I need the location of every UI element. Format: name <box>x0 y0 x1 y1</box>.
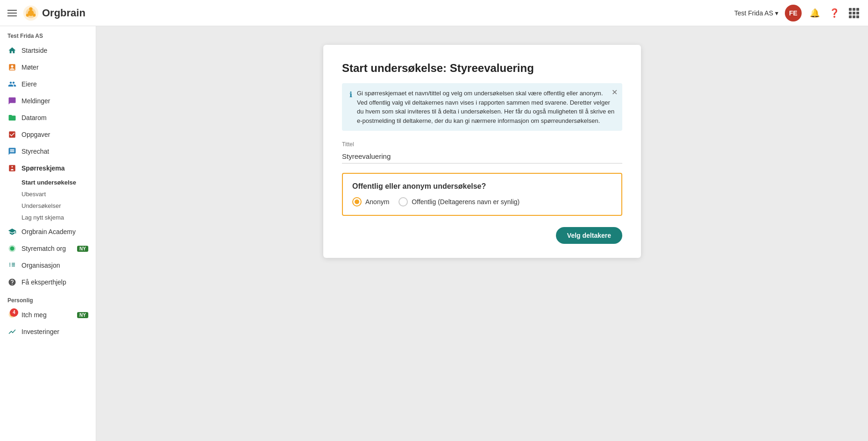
dataroom-icon <box>7 113 17 122</box>
badge-ny-itch-meg: NY <box>77 312 88 318</box>
sidebar-label-styrechat: Styrechat <box>21 148 49 155</box>
chevron-down-icon: ▾ <box>775 9 778 17</box>
title-input[interactable] <box>342 149 622 164</box>
personal-section-label: Personlig <box>0 291 96 306</box>
sidebar-item-eiere[interactable]: Eiere <box>0 76 96 92</box>
modal-card: Start undersøkelse: Styreevaluering ℹ Gi… <box>323 45 641 258</box>
info-icon: ℹ <box>349 89 352 125</box>
hamburger-menu[interactable] <box>7 10 17 16</box>
org-name: Test Frida AS <box>734 9 773 17</box>
owners-icon <box>7 79 17 89</box>
home-icon <box>7 46 17 55</box>
radio-label-offentlig: Offentlig (Deltagerens navn er synlig) <box>412 198 519 206</box>
sidebar-label-datarom: Datarom <box>21 114 47 121</box>
info-close-button[interactable]: ✕ <box>612 87 618 98</box>
sidebar: Test Frida AS Startside Møter Eiere <box>0 26 96 441</box>
radio-group: Anonym Offentlig (Deltagerens navn er sy… <box>352 197 612 206</box>
sidebar-label-oppgaver: Oppgaver <box>21 131 50 138</box>
sidebar-item-sporreskjema[interactable]: Spørreskjema <box>0 160 96 177</box>
sidebar-item-oppgaver[interactable]: Oppgaver <box>0 126 96 143</box>
radio-offentlig[interactable]: Offentlig (Deltagerens navn er synlig) <box>398 197 519 206</box>
sidebar-item-styrechat[interactable]: Styrechat <box>0 143 96 160</box>
company-label: Test Frida AS <box>0 26 96 42</box>
sidebar-label-startside: Startside <box>21 47 47 54</box>
svg-point-4 <box>33 14 36 16</box>
button-row: Velg deltakere <box>342 227 622 244</box>
sidebar-item-orgbrain-academy[interactable]: Orgbrain Academy <box>0 223 96 240</box>
logo[interactable]: Orgbrain <box>22 5 85 21</box>
svg-point-5 <box>26 14 29 16</box>
select-participants-button[interactable]: Velg deltakere <box>556 227 622 244</box>
title-field: Tittel <box>342 141 622 164</box>
title-label: Tittel <box>342 141 622 148</box>
expert-icon <box>7 277 17 287</box>
sidebar-item-styrematch-org[interactable]: Styrematch org NY <box>0 240 96 257</box>
svg-point-7 <box>10 247 14 251</box>
info-box: ℹ Gi spørreskjemaet et navn/tittel og ve… <box>342 83 622 131</box>
sidebar-sub-start-undersokelse[interactable]: Start undersøkelse <box>0 177 96 188</box>
sidebar-label-eiere: Eiere <box>21 80 37 88</box>
academy-icon <box>7 227 17 236</box>
sidebar-item-organisasjon[interactable]: Organisasjon <box>0 257 96 274</box>
header-right: Test Frida AS ▾ FE 🔔 ❓ <box>734 5 861 21</box>
main-content: Start undersøkelse: Styreevaluering ℹ Gi… <box>96 26 868 441</box>
modal-title: Start undersøkelse: Styreevaluering <box>342 62 622 75</box>
sidebar-label-organisasjon: Organisasjon <box>21 262 60 269</box>
sidebar-item-startside[interactable]: Startside <box>0 42 96 59</box>
styrematch-org-icon <box>7 244 17 253</box>
radio-circle-offentlig <box>398 197 408 206</box>
sidebar-item-datarom[interactable]: Datarom <box>0 109 96 126</box>
layout: Test Frida AS Startside Møter Eiere <box>0 0 868 441</box>
meeting-icon <box>7 63 17 72</box>
radio-circle-anonym <box>352 197 362 206</box>
sidebar-label-fa-eksperthjelp: Få eksperthjelp <box>21 278 66 286</box>
sidebar-label-sporreskjema: Spørreskjema <box>21 164 65 172</box>
notification-count-badge: 4 <box>10 308 18 317</box>
sidebar-item-investeringer[interactable]: Investeringer <box>0 323 96 340</box>
sidebar-label-moter: Møter <box>21 64 39 71</box>
messages-icon <box>7 96 17 106</box>
info-text: Gi spørreskjemaet et navn/tittel og velg… <box>357 89 615 125</box>
logo-text: Orgbrain <box>42 7 85 19</box>
sidebar-label-itch-meg: Itch meg <box>21 311 47 319</box>
apps-icon[interactable] <box>847 7 861 20</box>
investeringer-icon <box>7 327 17 336</box>
help-icon[interactable]: ❓ <box>828 7 841 20</box>
sidebar-sub-undersokelser[interactable]: Undersøkelser <box>0 200 96 212</box>
logo-icon <box>22 5 39 21</box>
header-left: Orgbrain <box>7 5 85 21</box>
radio-box: Offentlig eller anonym undersøkelse? Ano… <box>342 173 622 216</box>
sidebar-label-investeringer: Investeringer <box>21 328 59 335</box>
sidebar-item-meldinger[interactable]: Meldinger <box>0 92 96 109</box>
sidebar-item-fa-eksperthjelp[interactable]: Få eksperthjelp <box>0 274 96 291</box>
itch-meg-icon: 4 <box>7 310 17 320</box>
org-selector[interactable]: Test Frida AS ▾ <box>734 9 778 17</box>
notification-icon[interactable]: 🔔 <box>808 7 821 20</box>
chat-icon <box>7 147 17 156</box>
sidebar-item-itch-meg[interactable]: 4 Itch meg NY <box>0 306 96 323</box>
tasks-icon <box>7 130 17 139</box>
radio-box-title: Offentlig eller anonym undersøkelse? <box>352 182 612 191</box>
sidebar-item-moter[interactable]: Møter <box>0 59 96 76</box>
organisasjon-icon <box>7 261 17 270</box>
avatar[interactable]: FE <box>785 5 802 21</box>
radio-anonym[interactable]: Anonym <box>352 197 389 206</box>
radio-label-anonym: Anonym <box>365 198 389 206</box>
sidebar-sub-ubesvart[interactable]: Ubesvart <box>0 188 96 200</box>
svg-point-3 <box>29 7 32 10</box>
sidebar-label-styrematch-org: Styrematch org <box>21 245 66 252</box>
header: Orgbrain Test Frida AS ▾ FE 🔔 ❓ <box>0 0 868 26</box>
survey-icon <box>7 164 17 173</box>
sidebar-label-meldinger: Meldinger <box>21 97 50 105</box>
sidebar-label-orgbrain-academy: Orgbrain Academy <box>21 228 76 235</box>
sidebar-sub-lag-nytt-skjema[interactable]: Lag nytt skjema <box>0 212 96 223</box>
badge-ny-styrematch: NY <box>77 246 88 252</box>
